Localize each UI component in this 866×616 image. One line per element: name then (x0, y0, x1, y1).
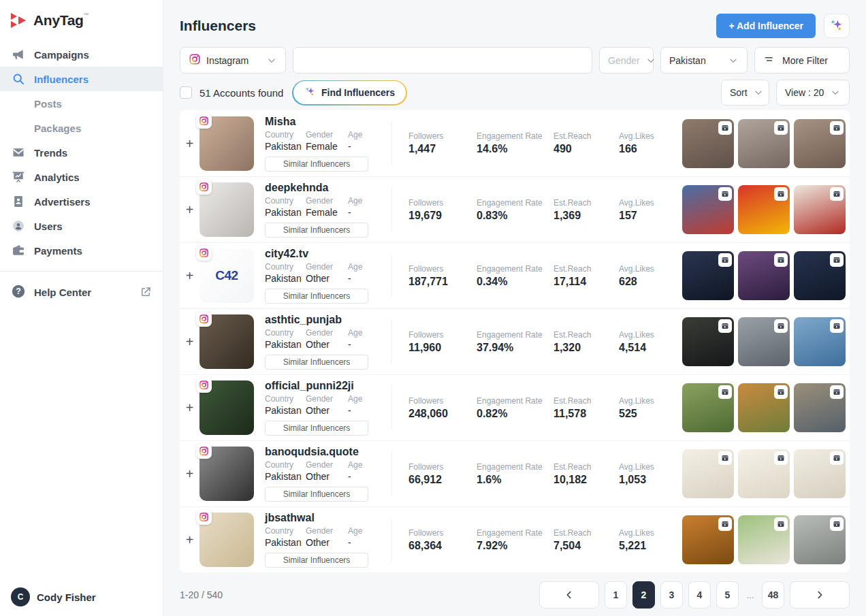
sidebar-item-label: Campaigns (34, 49, 89, 61)
find-influencers-button[interactable]: Find Influencers (292, 80, 406, 106)
sidebar-item-influencers[interactable]: Influencers (0, 67, 163, 91)
influencer-name[interactable]: city42.tv (265, 248, 391, 260)
influencer-avatar[interactable] (199, 182, 254, 237)
influencer-avatar[interactable] (199, 314, 254, 369)
post-thumbnail[interactable] (794, 515, 846, 564)
chevron-down-icon (645, 55, 656, 66)
expand-row-button[interactable]: + (186, 269, 194, 282)
similar-influencers-button[interactable]: Similar Influencers (265, 157, 368, 172)
trademark: ™ (84, 12, 89, 18)
est-reach-header: Est.Reach (554, 131, 619, 141)
post-thumbnail[interactable] (682, 185, 734, 234)
sidebar-item-payments[interactable]: Payments (0, 238, 163, 263)
post-thumbnail[interactable] (794, 119, 846, 168)
influencer-avatar[interactable] (199, 513, 254, 567)
page-button-4[interactable]: 4 (688, 581, 711, 609)
page-button-5[interactable]: 5 (716, 581, 739, 609)
similar-influencers-button[interactable]: Similar Influencers (265, 289, 368, 304)
influencer-name[interactable]: official_punni22ji (265, 380, 391, 392)
sidebar-item-trends[interactable]: Trends (0, 140, 163, 165)
sidebar-item-help-center[interactable]: ? Help Center (0, 280, 163, 304)
table-row: + banoqudsia.quote CountryPakistan Gende… (180, 440, 850, 506)
view-count-select[interactable]: View : 20 (776, 80, 850, 106)
similar-influencers-button[interactable]: Similar Influencers (265, 223, 368, 238)
followers-value: 248,060 (408, 408, 477, 420)
similar-influencers-button[interactable]: Similar Influencers (265, 487, 368, 502)
add-influencer-button[interactable]: + Add Influencer (716, 14, 816, 38)
followers-value: 19,679 (408, 210, 477, 222)
influencer-name[interactable]: deepkehnda (265, 182, 391, 194)
post-thumbnail[interactable] (738, 185, 790, 234)
expand-row-button[interactable]: + (186, 467, 194, 481)
post-thumbnails (682, 515, 850, 564)
expand-row-button[interactable]: + (186, 533, 194, 547)
sidebar-item-advertisers[interactable]: Advertisers (0, 189, 163, 214)
post-thumbnail[interactable] (794, 185, 846, 234)
influencer-name[interactable]: Misha (265, 116, 391, 128)
row-divider (391, 452, 392, 496)
page-button-2[interactable]: 2 (632, 581, 655, 609)
platform-select[interactable]: Instagram (180, 47, 286, 74)
post-thumbnail[interactable] (738, 317, 790, 366)
post-thumbnail[interactable] (738, 449, 790, 498)
sidebar-item-users[interactable]: Users (0, 214, 163, 238)
sidebar-item-posts[interactable]: Posts (0, 91, 163, 116)
anytag-logo[interactable]: AnyTag™ (0, 0, 163, 42)
more-filter-button[interactable]: More Filter (754, 47, 850, 74)
gender-select[interactable]: Gender (599, 47, 654, 74)
chevron-down-icon (753, 87, 764, 98)
post-thumbnail[interactable] (738, 119, 790, 168)
video-badge-icon (830, 517, 844, 531)
page-button-3[interactable]: 3 (660, 581, 683, 609)
post-thumbnail[interactable] (794, 251, 846, 300)
ai-assistant-button[interactable] (824, 14, 850, 38)
video-badge-icon (830, 253, 844, 267)
post-thumbnail[interactable] (682, 317, 734, 366)
page-header: Influencers + Add Influencer (180, 14, 850, 38)
influencer-name[interactable]: jbsathwal (265, 512, 391, 524)
influencer-avatar[interactable] (199, 447, 254, 501)
post-thumbnail[interactable] (682, 251, 734, 300)
post-thumbnails (682, 449, 850, 498)
post-thumbnail[interactable] (682, 515, 734, 564)
page-button-1[interactable]: 1 (605, 581, 627, 609)
post-thumbnail[interactable] (794, 317, 846, 366)
influencer-avatar[interactable] (199, 116, 254, 171)
post-thumbnail[interactable] (738, 383, 790, 432)
influencer-avatar[interactable]: C42 (199, 248, 254, 303)
similar-influencers-button[interactable]: Similar Influencers (265, 421, 368, 436)
video-badge-icon (774, 451, 788, 465)
post-thumbnail[interactable] (682, 119, 734, 168)
sort-select[interactable]: Sort (721, 80, 769, 106)
gender-header: Gender (306, 460, 348, 470)
expand-row-button[interactable]: + (186, 401, 194, 415)
post-thumbnail[interactable] (738, 251, 790, 300)
influencer-name[interactable]: banoqudsia.quote (265, 446, 391, 458)
user-menu[interactable]: C Cody Fisher (11, 587, 96, 606)
country-select[interactable]: Pakistan (660, 47, 748, 74)
search-input[interactable] (293, 47, 592, 74)
country-value: Pakistan (265, 470, 306, 483)
post-thumbnail[interactable] (794, 449, 846, 498)
next-page-button[interactable] (790, 581, 850, 609)
expand-row-button[interactable]: + (186, 203, 194, 216)
country-value: Pakistan (265, 536, 306, 549)
sidebar-item-analytics[interactable]: Analytics (0, 165, 163, 189)
page-button-48[interactable]: 48 (762, 581, 784, 609)
similar-influencers-button[interactable]: Similar Influencers (265, 553, 368, 568)
main-content: Influencers + Add Influencer Instagram G… (163, 0, 866, 616)
post-thumbnail[interactable] (682, 449, 734, 498)
previous-page-button[interactable] (539, 581, 599, 609)
post-thumbnail[interactable] (794, 383, 846, 432)
expand-row-button[interactable]: + (186, 137, 194, 150)
influencer-avatar[interactable] (199, 380, 254, 435)
influencer-name[interactable]: asthtic_punjab (265, 314, 391, 326)
sidebar-item-campaigns[interactable]: Campaigns (0, 42, 163, 67)
sidebar-item-packages[interactable]: Packages (0, 116, 163, 140)
post-thumbnail[interactable] (738, 515, 790, 564)
post-thumbnail[interactable] (682, 383, 734, 432)
similar-influencers-button[interactable]: Similar Influencers (265, 355, 368, 370)
select-all-checkbox[interactable] (180, 86, 192, 99)
help-center-label: Help Center (34, 287, 91, 298)
expand-row-button[interactable]: + (186, 335, 194, 348)
